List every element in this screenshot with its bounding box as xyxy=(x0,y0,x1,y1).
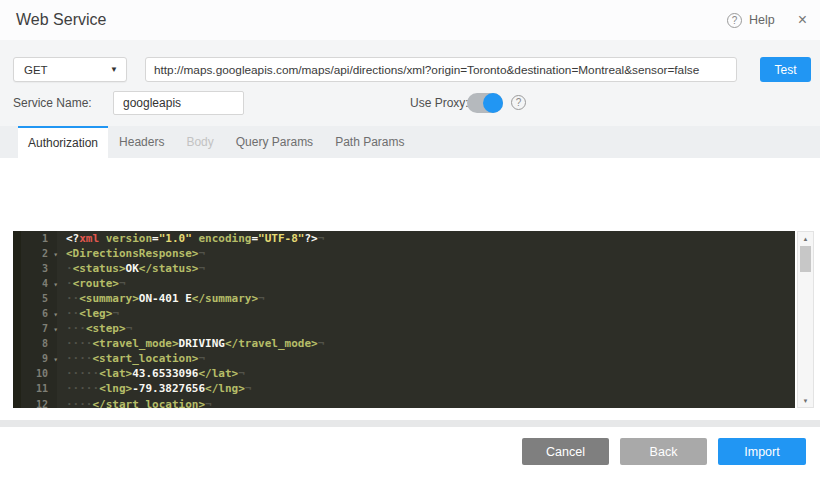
scrollbar-down-icon[interactable]: ▼ xyxy=(798,394,813,407)
line-number: 1 xyxy=(13,231,57,246)
line-number: 3 xyxy=(13,261,57,276)
code-text[interactable]: ··<summary>ON-401 E</summary>¬ xyxy=(57,291,265,306)
code-line: 7▾···<step>¬ xyxy=(13,321,795,336)
cancel-button[interactable]: Cancel xyxy=(522,438,609,465)
response-code-editor[interactable]: 1<?xml version="1.0" encoding="UTF-8"?>¬… xyxy=(13,231,795,408)
tab-authorization[interactable]: Authorization xyxy=(18,126,108,158)
page-title: Web Service xyxy=(16,0,106,40)
code-text[interactable]: ····<start_location>¬ xyxy=(57,351,205,366)
footer-divider xyxy=(0,420,820,427)
web-service-dialog: Web Service ? Help × GET ▼ Test Service … xyxy=(0,0,820,478)
code-line: 9▾····<start_location>¬ xyxy=(13,351,795,366)
service-name-label: Service Name: xyxy=(13,91,92,115)
code-line: 10·····<lat>43.6533096</lat>¬ xyxy=(13,366,795,381)
close-icon[interactable]: × xyxy=(798,12,807,28)
tabs-container: AuthorizationHeadersBodyQuery ParamsPath… xyxy=(18,126,416,158)
tab-query-params[interactable]: Query Params xyxy=(225,126,324,158)
toggle-knob xyxy=(483,93,503,113)
code-text[interactable]: <?xml version="1.0" encoding="UTF-8"?>¬ xyxy=(57,231,324,246)
code-text[interactable]: <DirectionsResponse>¬ xyxy=(57,246,205,261)
code-text[interactable]: ····<travel_mode>DRIVING</travel_mode>¬ xyxy=(57,336,324,351)
line-number: 5 xyxy=(13,291,57,306)
fold-toggle-icon[interactable]: ▾ xyxy=(53,247,58,262)
http-method-select[interactable]: GET ▼ xyxy=(13,57,127,82)
code-line: 4▾·<route>¬ xyxy=(13,276,795,291)
service-name-input[interactable] xyxy=(113,91,244,115)
editor-scrollbar[interactable]: ▲ ▼ xyxy=(797,231,814,408)
code-text[interactable]: ····</start_location>¬ xyxy=(57,397,212,408)
code-line: 3·<status>OK</status>¬ xyxy=(13,261,795,276)
code-text[interactable]: ·<status>OK</status>¬ xyxy=(57,261,205,276)
code-line: 1<?xml version="1.0" encoding="UTF-8"?>¬ xyxy=(13,231,795,246)
tab-body[interactable]: Body xyxy=(175,126,224,158)
test-button[interactable]: Test xyxy=(760,57,811,82)
code-text[interactable]: ·····<lng>-79.3827656</lng>¬ xyxy=(57,381,251,396)
help-link[interactable]: Help xyxy=(749,13,775,27)
code-text[interactable]: ·<route>¬ xyxy=(57,276,126,291)
scrollbar-thumb[interactable] xyxy=(800,246,811,272)
code-text[interactable]: ···<step>¬ xyxy=(57,321,132,336)
code-text[interactable]: ··<leg>¬ xyxy=(57,306,119,321)
code-text[interactable]: ·····<lat>43.6533096</lat>¬ xyxy=(57,366,245,381)
fold-toggle-icon[interactable]: ▾ xyxy=(53,352,58,367)
code-line: 6▾··<leg>¬ xyxy=(13,306,795,321)
use-proxy-toggle[interactable] xyxy=(467,93,503,113)
help-icon[interactable]: ? xyxy=(727,13,742,28)
line-number: 4▾ xyxy=(13,276,57,291)
code-line: 11·····<lng>-79.3827656</lng>¬ xyxy=(13,381,795,396)
line-number: 7▾ xyxy=(13,321,57,336)
line-number: 10 xyxy=(13,366,57,381)
line-number: 11 xyxy=(13,381,57,396)
url-input[interactable] xyxy=(145,57,737,82)
request-section: GET ▼ Test Service Name: Use Proxy: ? xyxy=(0,40,820,128)
line-number: 8 xyxy=(13,336,57,351)
line-number: 2▾ xyxy=(13,246,57,261)
http-method-value: GET xyxy=(14,64,110,76)
line-number: 6▾ xyxy=(13,306,57,321)
footer-buttons: CancelBackImport xyxy=(0,438,806,465)
dialog-header: Web Service ? Help × xyxy=(0,0,820,40)
scrollbar-up-icon[interactable]: ▲ xyxy=(798,232,813,245)
code-line: 8····<travel_mode>DRIVING</travel_mode>¬ xyxy=(13,336,795,351)
fold-toggle-icon[interactable]: ▾ xyxy=(53,277,58,292)
line-number: 9▾ xyxy=(13,351,57,366)
fold-toggle-icon[interactable]: ▾ xyxy=(53,307,58,322)
code-line: 2▾<DirectionsResponse>¬ xyxy=(13,246,795,261)
fold-toggle-icon[interactable]: ▾ xyxy=(53,322,58,337)
code-line: 12····</start_location>¬ xyxy=(13,397,795,408)
tab-headers[interactable]: Headers xyxy=(108,126,175,158)
proxy-help-icon[interactable]: ? xyxy=(511,95,526,110)
code-line: 5··<summary>ON-401 E</summary>¬ xyxy=(13,291,795,306)
chevron-down-icon: ▼ xyxy=(110,65,126,74)
code-lines: 1<?xml version="1.0" encoding="UTF-8"?>¬… xyxy=(13,231,795,408)
import-button[interactable]: Import xyxy=(718,438,806,465)
use-proxy-label: Use Proxy: xyxy=(410,91,469,115)
back-button[interactable]: Back xyxy=(620,438,707,465)
line-number: 12 xyxy=(13,397,57,408)
tab-path-params[interactable]: Path Params xyxy=(324,126,415,158)
